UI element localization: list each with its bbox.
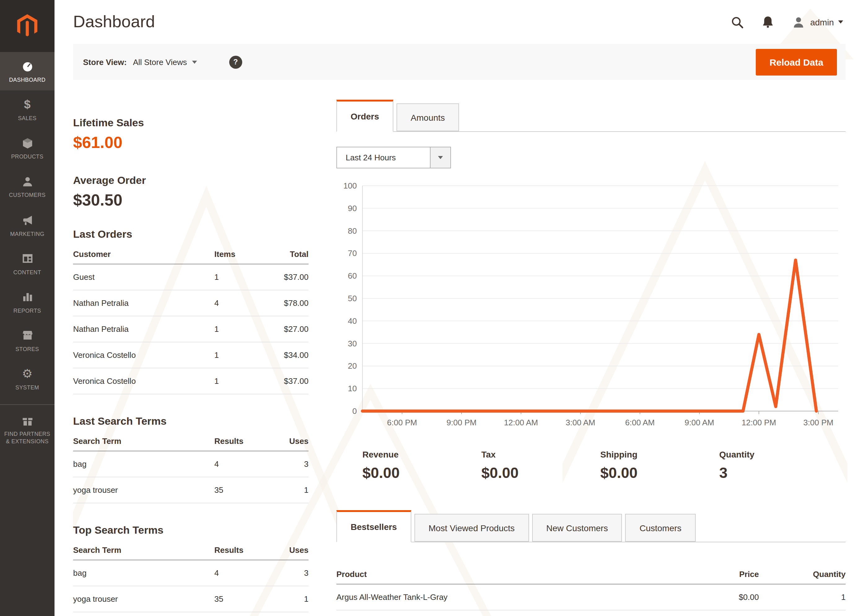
table-row[interactable]: Guest1$37.00 <box>73 264 308 290</box>
magento-logo-icon <box>17 14 38 38</box>
bell-icon[interactable] <box>761 15 775 29</box>
dashboard-gauge-icon <box>2 59 53 73</box>
table-cell: yoga trouser <box>73 586 214 612</box>
search-icon[interactable] <box>730 14 745 29</box>
table-cell: 35 <box>214 586 266 612</box>
sidebar-item-content[interactable]: CONTENT <box>0 244 54 282</box>
column-header: Results <box>214 430 266 451</box>
select-value: Last 24 Hours <box>337 147 430 168</box>
store-view-bar: Store View: All Store Views ? Reload Dat… <box>73 44 846 80</box>
account-menu[interactable]: admin <box>791 14 843 29</box>
table-cell: 4 <box>214 290 266 316</box>
svg-text:6:00 PM: 6:00 PM <box>387 418 417 427</box>
chart-range-select[interactable]: Last 24 Hours <box>336 147 451 168</box>
sidebar-item-label: PRODUCTS <box>2 153 53 161</box>
table-cell: Veronica Costello <box>73 368 214 394</box>
svg-text:50: 50 <box>348 294 357 303</box>
table-cell: Veronica Costello <box>73 342 214 368</box>
total-label: Revenue <box>362 450 481 459</box>
lifetime-sales: Lifetime Sales $61.00 <box>73 117 308 152</box>
total-label: Tax <box>481 450 600 459</box>
sidebar-item-sales[interactable]: $ SALES <box>0 90 54 129</box>
top-search-terms-section: Top Search Terms Search TermResultsUsesb… <box>73 524 308 612</box>
tab-customers[interactable]: Customers <box>625 514 696 542</box>
svg-text:30: 30 <box>348 339 357 348</box>
content: Lifetime Sales $61.00 Average Order $30.… <box>54 80 858 616</box>
gear-icon: ⚙ <box>2 367 53 381</box>
tab-orders[interactable]: Orders <box>336 100 393 132</box>
chart-tabs: Orders Amounts <box>336 100 846 132</box>
table-cell: Nathan Petralia <box>73 290 214 316</box>
svg-text:10: 10 <box>348 384 357 393</box>
column-header: Uses <box>266 430 308 451</box>
svg-text:0: 0 <box>353 407 357 416</box>
magento-logo[interactable] <box>0 0 54 52</box>
box-icon <box>2 137 53 150</box>
bestsellers-table: ProductPriceQuantityArgus All-Weather Ta… <box>336 563 846 610</box>
table-cell: Guest <box>73 264 214 290</box>
help-icon[interactable]: ? <box>229 56 242 68</box>
sidebar-item-stores[interactable]: STORES <box>0 321 54 360</box>
table-cell: Nathan Petralia <box>73 316 214 342</box>
total-label: Shipping <box>600 450 719 459</box>
svg-text:20: 20 <box>348 361 357 371</box>
table-row[interactable]: Nathan Petralia1$27.00 <box>73 316 308 342</box>
sidebar-item-system[interactable]: ⚙ SYSTEM <box>0 360 54 398</box>
total-tax: Tax $0.00 <box>481 450 600 482</box>
lifetime-sales-label: Lifetime Sales <box>73 117 308 129</box>
table-row[interactable]: bag43 <box>73 451 308 477</box>
sidebar-item-products[interactable]: PRODUCTS <box>0 129 54 168</box>
table-cell: 1 <box>214 342 266 368</box>
section-title: Top Search Terms <box>73 524 308 537</box>
table-cell: 1 <box>266 477 308 503</box>
table-cell: yoga trouser <box>73 477 214 503</box>
sidebar-item-customers[interactable]: CUSTOMERS <box>0 168 54 206</box>
total-quantity: Quantity 3 <box>719 450 838 482</box>
tab-bestsellers[interactable]: Bestsellers <box>336 510 411 542</box>
svg-text:100: 100 <box>344 181 357 190</box>
sidebar-item-find-partners[interactable]: FIND PARTNERS & EXTENSIONS <box>0 405 54 453</box>
column-header: Customer <box>73 243 214 264</box>
table-cell: bag <box>73 560 214 586</box>
column-header: Uses <box>266 539 308 560</box>
table-row[interactable]: Nathan Petralia4$78.00 <box>73 290 308 316</box>
average-order-label: Average Order <box>73 175 308 187</box>
table-cell: 1 <box>266 586 308 612</box>
orders-chart-wrap: 01020304050607080901006:00 PM9:00 PM12:0… <box>336 180 846 433</box>
sidebar-item-reports[interactable]: REPORTS <box>0 283 54 321</box>
reload-data-button[interactable]: Reload Data <box>756 49 837 75</box>
table-cell: $27.00 <box>266 316 308 342</box>
svg-text:40: 40 <box>348 317 357 326</box>
table-row[interactable]: Veronica Costello1$37.00 <box>73 368 308 394</box>
left-column: Lifetime Sales $61.00 Average Order $30.… <box>73 100 308 616</box>
store-view-switcher[interactable]: All Store Views <box>133 57 197 67</box>
total-value: $0.00 <box>362 464 481 482</box>
sidebar-item-label: STORES <box>2 346 53 353</box>
storefront-icon <box>2 329 53 342</box>
sidebar-item-label: SALES <box>2 115 53 122</box>
table-cell: bag <box>73 451 214 477</box>
layout-icon <box>2 252 53 265</box>
tab-amounts[interactable]: Amounts <box>396 103 459 131</box>
svg-text:12:00 AM: 12:00 AM <box>504 418 538 427</box>
table-cell: 1 <box>214 264 266 290</box>
right-column: Orders Amounts Last 24 Hours 01020304050… <box>336 100 846 616</box>
user-icon <box>791 14 806 29</box>
column-header: Results <box>214 539 266 560</box>
table-row[interactable]: yoga trouser351 <box>73 586 308 612</box>
table-row[interactable]: yoga trouser351 <box>73 477 308 503</box>
total-revenue: Revenue $0.00 <box>362 450 481 482</box>
table-cell: 4 <box>214 451 266 477</box>
tab-new-customers[interactable]: New Customers <box>532 514 622 542</box>
sidebar-item-dashboard[interactable]: DASHBOARD <box>0 52 54 90</box>
table-cell: $0.00 <box>666 584 759 610</box>
table-row[interactable]: bag43 <box>73 560 308 586</box>
total-value: $0.00 <box>481 464 600 482</box>
table-row[interactable]: Veronica Costello1$34.00 <box>73 342 308 368</box>
gift-icon <box>2 414 53 427</box>
tab-most-viewed-products[interactable]: Most Viewed Products <box>414 514 529 542</box>
svg-text:80: 80 <box>348 226 357 236</box>
sidebar-item-marketing[interactable]: MARKETING <box>0 206 54 244</box>
table-row[interactable]: Argus All-Weather Tank-L-Gray$0.001 <box>336 584 846 610</box>
table-cell: 4 <box>214 560 266 586</box>
